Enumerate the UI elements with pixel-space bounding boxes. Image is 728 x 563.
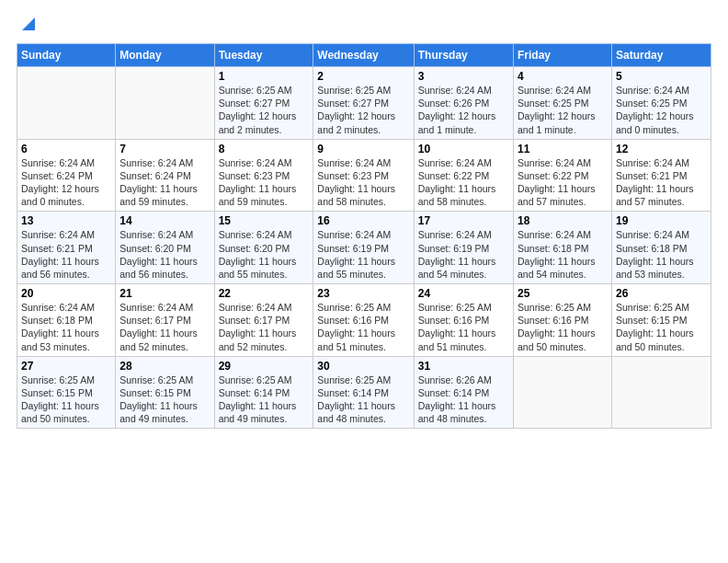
calendar-cell: 3Sunrise: 6:24 AM Sunset: 6:26 PM Daylig… — [414, 67, 513, 140]
col-header-sunday: Sunday — [17, 44, 116, 67]
calendar-cell — [611, 356, 711, 429]
calendar-week-row: 1Sunrise: 6:25 AM Sunset: 6:27 PM Daylig… — [17, 67, 711, 140]
day-detail: Sunrise: 6:24 AM Sunset: 6:18 PM Dayligh… — [21, 301, 111, 353]
day-number: 26 — [616, 287, 707, 300]
day-number: 19 — [616, 214, 707, 227]
day-detail: Sunrise: 6:24 AM Sunset: 6:18 PM Dayligh… — [518, 228, 608, 281]
calendar-cell: 6Sunrise: 6:24 AM Sunset: 6:24 PM Daylig… — [17, 139, 116, 212]
day-detail: Sunrise: 6:26 AM Sunset: 6:14 PM Dayligh… — [418, 373, 509, 426]
day-detail: Sunrise: 6:25 AM Sunset: 6:16 PM Dayligh… — [418, 301, 509, 353]
calendar-cell: 30Sunrise: 6:25 AM Sunset: 6:14 PM Dayli… — [313, 356, 414, 429]
day-detail: Sunrise: 6:24 AM Sunset: 6:20 PM Dayligh… — [219, 228, 310, 281]
day-number: 17 — [418, 214, 509, 227]
calendar-cell — [513, 356, 611, 429]
day-number: 1 — [219, 70, 310, 83]
day-detail: Sunrise: 6:24 AM Sunset: 6:24 PM Dayligh… — [21, 156, 111, 209]
calendar-cell: 10Sunrise: 6:24 AM Sunset: 6:22 PM Dayli… — [414, 139, 513, 212]
col-header-monday: Monday — [116, 44, 214, 67]
logo — [17, 14, 35, 34]
day-detail: Sunrise: 6:24 AM Sunset: 6:22 PM Dayligh… — [518, 156, 608, 209]
calendar-cell: 5Sunrise: 6:24 AM Sunset: 6:25 PM Daylig… — [611, 67, 711, 140]
day-detail: Sunrise: 6:24 AM Sunset: 6:25 PM Dayligh… — [518, 84, 608, 136]
day-number: 23 — [317, 287, 409, 300]
day-detail: Sunrise: 6:24 AM Sunset: 6:21 PM Dayligh… — [616, 156, 707, 209]
day-detail: Sunrise: 6:24 AM Sunset: 6:23 PM Dayligh… — [317, 156, 409, 209]
calendar-cell: 20Sunrise: 6:24 AM Sunset: 6:18 PM Dayli… — [17, 284, 116, 357]
col-header-wednesday: Wednesday — [313, 44, 414, 67]
day-detail: Sunrise: 6:24 AM Sunset: 6:18 PM Dayligh… — [616, 228, 707, 281]
day-number: 16 — [317, 214, 409, 227]
day-number: 10 — [418, 143, 509, 155]
calendar-cell: 24Sunrise: 6:25 AM Sunset: 6:16 PM Dayli… — [414, 284, 513, 357]
calendar-week-row: 6Sunrise: 6:24 AM Sunset: 6:24 PM Daylig… — [17, 139, 711, 212]
day-detail: Sunrise: 6:25 AM Sunset: 6:15 PM Dayligh… — [119, 373, 210, 426]
day-number: 27 — [21, 360, 111, 373]
day-detail: Sunrise: 6:24 AM Sunset: 6:26 PM Dayligh… — [418, 84, 509, 136]
day-number: 15 — [219, 214, 310, 227]
day-number: 12 — [616, 143, 707, 155]
day-detail: Sunrise: 6:25 AM Sunset: 6:15 PM Dayligh… — [21, 373, 111, 426]
day-detail: Sunrise: 6:25 AM Sunset: 6:16 PM Dayligh… — [317, 301, 409, 353]
calendar-cell: 14Sunrise: 6:24 AM Sunset: 6:20 PM Dayli… — [116, 212, 214, 284]
day-detail: Sunrise: 6:25 AM Sunset: 6:15 PM Dayligh… — [616, 301, 707, 353]
calendar-cell: 26Sunrise: 6:25 AM Sunset: 6:15 PM Dayli… — [611, 284, 711, 357]
day-detail: Sunrise: 6:24 AM Sunset: 6:17 PM Dayligh… — [219, 301, 310, 353]
day-detail: Sunrise: 6:24 AM Sunset: 6:20 PM Dayligh… — [119, 228, 210, 281]
day-detail: Sunrise: 6:25 AM Sunset: 6:14 PM Dayligh… — [317, 373, 409, 426]
page: SundayMondayTuesdayWednesdayThursdayFrid… — [0, 0, 728, 563]
day-detail: Sunrise: 6:25 AM Sunset: 6:27 PM Dayligh… — [317, 84, 409, 136]
day-detail: Sunrise: 6:24 AM Sunset: 6:24 PM Dayligh… — [119, 156, 210, 209]
day-detail: Sunrise: 6:24 AM Sunset: 6:23 PM Dayligh… — [219, 156, 310, 209]
day-detail: Sunrise: 6:24 AM Sunset: 6:21 PM Dayligh… — [21, 228, 111, 281]
day-detail: Sunrise: 6:24 AM Sunset: 6:25 PM Dayligh… — [616, 84, 707, 136]
day-detail: Sunrise: 6:25 AM Sunset: 6:16 PM Dayligh… — [518, 301, 608, 353]
day-detail: Sunrise: 6:24 AM Sunset: 6:22 PM Dayligh… — [418, 156, 509, 209]
col-header-saturday: Saturday — [611, 44, 711, 67]
calendar-cell: 31Sunrise: 6:26 AM Sunset: 6:14 PM Dayli… — [414, 356, 513, 429]
calendar-cell: 16Sunrise: 6:24 AM Sunset: 6:19 PM Dayli… — [313, 212, 414, 284]
day-number: 21 — [119, 287, 210, 300]
calendar-cell: 2Sunrise: 6:25 AM Sunset: 6:27 PM Daylig… — [313, 67, 414, 140]
day-number: 2 — [317, 70, 409, 83]
col-header-thursday: Thursday — [414, 44, 513, 67]
calendar-cell: 25Sunrise: 6:25 AM Sunset: 6:16 PM Dayli… — [513, 284, 611, 357]
day-detail: Sunrise: 6:24 AM Sunset: 6:17 PM Dayligh… — [119, 301, 210, 353]
day-number: 24 — [418, 287, 509, 300]
calendar-week-row: 20Sunrise: 6:24 AM Sunset: 6:18 PM Dayli… — [17, 284, 711, 357]
calendar-cell: 19Sunrise: 6:24 AM Sunset: 6:18 PM Dayli… — [611, 212, 711, 284]
calendar-cell: 18Sunrise: 6:24 AM Sunset: 6:18 PM Dayli… — [513, 212, 611, 284]
day-detail: Sunrise: 6:25 AM Sunset: 6:27 PM Dayligh… — [219, 84, 310, 136]
col-header-friday: Friday — [513, 44, 611, 67]
day-number: 4 — [518, 70, 608, 83]
calendar-cell: 7Sunrise: 6:24 AM Sunset: 6:24 PM Daylig… — [116, 139, 214, 212]
calendar-cell: 12Sunrise: 6:24 AM Sunset: 6:21 PM Dayli… — [611, 139, 711, 212]
day-detail: Sunrise: 6:25 AM Sunset: 6:14 PM Dayligh… — [219, 373, 310, 426]
day-detail: Sunrise: 6:24 AM Sunset: 6:19 PM Dayligh… — [418, 228, 509, 281]
day-number: 22 — [219, 287, 310, 300]
calendar-cell: 1Sunrise: 6:25 AM Sunset: 6:27 PM Daylig… — [214, 67, 313, 140]
calendar-table: SundayMondayTuesdayWednesdayThursdayFrid… — [17, 43, 711, 429]
logo-icon — [18, 14, 35, 30]
calendar-week-row: 27Sunrise: 6:25 AM Sunset: 6:15 PM Dayli… — [17, 356, 711, 429]
day-number: 8 — [219, 143, 310, 155]
day-number: 28 — [119, 360, 210, 373]
day-number: 9 — [317, 143, 409, 155]
calendar-cell: 22Sunrise: 6:24 AM Sunset: 6:17 PM Dayli… — [214, 284, 313, 357]
calendar-cell: 23Sunrise: 6:25 AM Sunset: 6:16 PM Dayli… — [313, 284, 414, 357]
calendar-cell: 9Sunrise: 6:24 AM Sunset: 6:23 PM Daylig… — [313, 139, 414, 212]
day-detail: Sunrise: 6:24 AM Sunset: 6:19 PM Dayligh… — [317, 228, 409, 281]
day-number: 5 — [616, 70, 707, 83]
day-number: 6 — [21, 143, 111, 155]
calendar-cell: 27Sunrise: 6:25 AM Sunset: 6:15 PM Dayli… — [17, 356, 116, 429]
calendar-cell — [17, 67, 116, 140]
header — [17, 14, 711, 34]
calendar-cell: 17Sunrise: 6:24 AM Sunset: 6:19 PM Dayli… — [414, 212, 513, 284]
day-number: 11 — [518, 143, 608, 155]
calendar-cell: 4Sunrise: 6:24 AM Sunset: 6:25 PM Daylig… — [513, 67, 611, 140]
calendar-cell: 11Sunrise: 6:24 AM Sunset: 6:22 PM Dayli… — [513, 139, 611, 212]
calendar-cell: 15Sunrise: 6:24 AM Sunset: 6:20 PM Dayli… — [214, 212, 313, 284]
day-number: 13 — [21, 214, 111, 227]
calendar-cell — [116, 67, 214, 140]
calendar-cell: 21Sunrise: 6:24 AM Sunset: 6:17 PM Dayli… — [116, 284, 214, 357]
calendar-week-row: 13Sunrise: 6:24 AM Sunset: 6:21 PM Dayli… — [17, 212, 711, 284]
